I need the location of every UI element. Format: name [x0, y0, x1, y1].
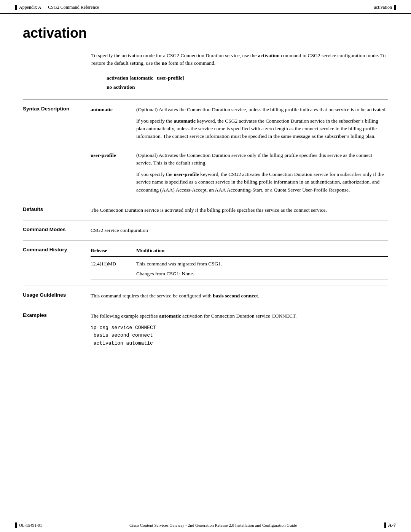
footer-left: OL-15491-01 — [15, 522, 42, 528]
defaults-content: The Connection Duration service is activ… — [91, 206, 388, 214]
syntax-automatic-row: automatic (Optional) Activates the Conne… — [91, 106, 388, 146]
usage-guidelines-section: Usage Guidelines This command requires t… — [23, 286, 388, 306]
command-history-label: Command History — [23, 247, 91, 280]
defaults-label: Defaults — [23, 206, 91, 214]
footer-right: A-7 — [384, 522, 396, 528]
defaults-section: Defaults The Connection Duration service… — [23, 200, 388, 220]
header-left-bar — [15, 5, 17, 10]
intro-no-bold: no — [162, 60, 167, 66]
command-modes-content: CSG2 service configuration — [91, 227, 388, 234]
usage-guidelines-bold: basis second connect — [213, 293, 258, 299]
history-row-2: Changes from CSG1: None. — [91, 269, 388, 280]
history-table-header: Release Modification — [91, 247, 388, 256]
main-content: activation To specify the activation mod… — [0, 14, 411, 369]
header-right: activation — [374, 5, 396, 10]
examples-bold: automatic — [159, 313, 181, 319]
footer-center: Cisco Content Services Gateway - 2nd Gen… — [129, 523, 297, 527]
syntax-desc-user-profile: (Optional) Activates the Connection Dura… — [136, 152, 388, 194]
examples-text: The following example specifies automati… — [91, 312, 388, 320]
command-modes-section: Command Modes CSG2 service configuration — [23, 220, 388, 241]
usage-guidelines-label: Usage Guidelines — [23, 292, 91, 300]
footer-page-number: A-7 — [388, 522, 396, 528]
examples-code: ip csg service CONNECT basis second conn… — [91, 324, 388, 348]
footer-doc-number: OL-15491-01 — [19, 523, 42, 527]
syntax-line-1: activation [automatic | user-profile] — [107, 75, 388, 81]
page-footer: OL-15491-01 Cisco Content Services Gatew… — [0, 518, 411, 532]
header-reference: CSG2 Command Reference — [48, 5, 99, 10]
examples-label: Examples — [23, 312, 91, 348]
page-title: activation — [23, 25, 388, 41]
command-modes-label: Command Modes — [23, 227, 91, 234]
history-release-1: 12.4(11)MD — [91, 260, 136, 268]
intro-cmd-bold: activation — [258, 53, 280, 58]
command-history-content: Release Modification 12.4(11)MD This com… — [91, 247, 388, 280]
examples-section: Examples The following example specifies… — [23, 306, 388, 354]
history-col-release-header: Release — [91, 247, 136, 254]
history-mod-1: This command was migrated from CSG1. — [136, 260, 388, 268]
command-history-section: Command History Release Modification 12.… — [23, 241, 388, 286]
history-row-1: 12.4(11)MD This command was migrated fro… — [91, 259, 388, 269]
history-mod-2: Changes from CSG1: None. — [136, 270, 388, 278]
header-left: Appendix A CSG2 Command Reference — [15, 5, 99, 10]
usage-guidelines-content: This command requires that the service b… — [91, 292, 388, 300]
syntax-term-automatic: automatic — [91, 106, 136, 141]
syntax-user-profile-row: user-profile (Optional) Activates the Co… — [91, 152, 388, 194]
footer-left-bar — [15, 522, 17, 528]
header-right-bar — [394, 5, 396, 10]
history-col-mod-header: Modification — [136, 247, 388, 254]
syntax-term-user-profile: user-profile — [91, 152, 136, 194]
page-header: Appendix A CSG2 Command Reference activa… — [0, 0, 411, 14]
syntax-desc-automatic: (Optional) Activates the Connection Dura… — [136, 106, 388, 141]
header-right-label: activation — [374, 5, 392, 10]
examples-content: The following example specifies automati… — [91, 312, 388, 348]
syntax-line-2: no activation — [107, 84, 388, 90]
header-appendix: Appendix A — [19, 5, 41, 10]
syntax-description-label: Syntax Description — [23, 106, 91, 194]
history-release-2 — [91, 270, 136, 278]
syntax-description-section: Syntax Description automatic (Optional) … — [23, 100, 388, 200]
syntax-description-content: automatic (Optional) Activates the Conne… — [91, 106, 388, 194]
footer-right-bar — [384, 522, 386, 528]
intro-paragraph: To specify the activation mode for a CSG… — [91, 52, 388, 67]
